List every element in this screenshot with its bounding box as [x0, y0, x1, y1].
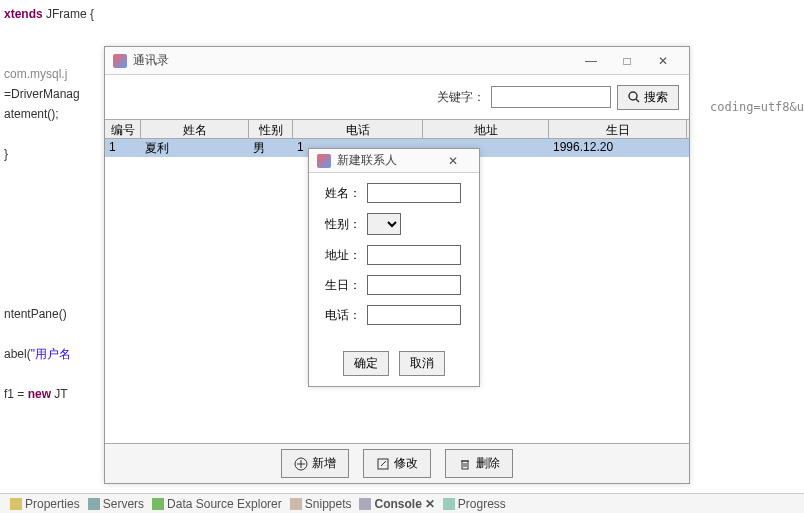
cell-name: 夏利	[141, 139, 249, 157]
eclipse-view-tabs: Properties Servers Data Source Explorer …	[0, 493, 804, 513]
java-icon	[113, 54, 127, 68]
search-input[interactable]	[491, 86, 611, 108]
tab-properties[interactable]: Properties	[10, 497, 80, 511]
addr-field[interactable]	[367, 245, 461, 265]
maximize-button[interactable]: □	[609, 47, 645, 74]
dialog-body: 姓名： 性别： 地址： 生日： 电话：	[309, 173, 479, 345]
dialog-title: 新建联系人	[337, 152, 435, 169]
col-id[interactable]: 编号	[105, 120, 141, 138]
tab-console[interactable]: Console ✕	[359, 497, 434, 511]
cell-sex: 男	[249, 139, 293, 157]
name-label: 姓名：	[321, 185, 361, 202]
table-header: 编号 姓名 性别 电话 地址 生日	[105, 119, 689, 139]
ok-button[interactable]: 确定	[343, 351, 389, 376]
close-button[interactable]: ✕	[645, 47, 681, 74]
name-field[interactable]	[367, 183, 461, 203]
search-icon	[628, 91, 640, 103]
col-sex[interactable]: 性别	[249, 120, 293, 138]
new-contact-dialog: 新建联系人 ✕ 姓名： 性别： 地址： 生日： 电话： 确定 取消	[308, 148, 480, 387]
dialog-titlebar: 新建联系人 ✕	[309, 149, 479, 173]
bday-field[interactable]	[367, 275, 461, 295]
add-button[interactable]: 新增	[281, 449, 349, 478]
search-label: 关键字：	[437, 89, 485, 106]
plus-icon	[294, 457, 308, 471]
col-tel[interactable]: 电话	[293, 120, 423, 138]
main-title: 通讯录	[133, 52, 573, 69]
tel-field[interactable]	[367, 305, 461, 325]
search-row: 关键字： 搜索	[105, 75, 689, 119]
svg-line-6	[381, 461, 386, 466]
edit-button[interactable]: 修改	[363, 449, 431, 478]
main-titlebar: 通讯录 — □ ✕	[105, 47, 689, 75]
col-addr[interactable]: 地址	[423, 120, 549, 138]
dialog-close-button[interactable]: ✕	[435, 149, 471, 172]
tab-data-source-explorer[interactable]: Data Source Explorer	[152, 497, 282, 511]
addr-label: 地址：	[321, 247, 361, 264]
code-tail: coding=utf8&u	[710, 100, 804, 114]
svg-line-1	[636, 99, 639, 102]
dialog-actions: 确定 取消	[309, 345, 479, 386]
sex-select[interactable]	[367, 213, 401, 235]
search-button[interactable]: 搜索	[617, 85, 679, 110]
tab-progress[interactable]: Progress	[443, 497, 506, 511]
bottom-toolbar: 新增 修改 删除	[105, 443, 689, 483]
cancel-button[interactable]: 取消	[399, 351, 445, 376]
col-bday[interactable]: 生日	[549, 120, 687, 138]
cell-bday: 1996.12.20	[549, 139, 687, 157]
trash-icon	[458, 457, 472, 471]
tab-snippets[interactable]: Snippets	[290, 497, 352, 511]
cell-id: 1	[105, 139, 141, 157]
java-icon	[317, 154, 331, 168]
edit-icon	[376, 457, 390, 471]
sex-label: 性别：	[321, 216, 361, 233]
col-name[interactable]: 姓名	[141, 120, 249, 138]
tel-label: 电话：	[321, 307, 361, 324]
tab-servers[interactable]: Servers	[88, 497, 144, 511]
delete-button[interactable]: 删除	[445, 449, 513, 478]
minimize-button[interactable]: —	[573, 47, 609, 74]
bday-label: 生日：	[321, 277, 361, 294]
svg-point-0	[629, 92, 637, 100]
svg-rect-7	[462, 461, 468, 469]
